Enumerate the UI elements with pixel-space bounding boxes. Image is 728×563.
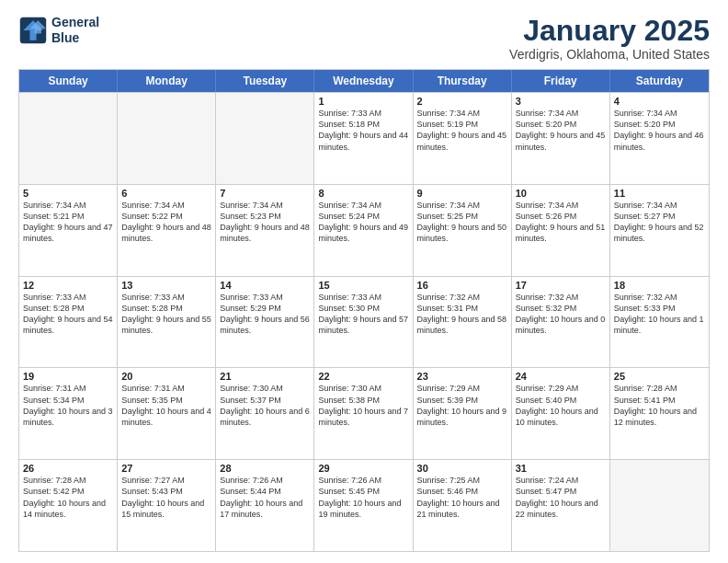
calendar-cell: 3Sunrise: 7:34 AMSunset: 5:20 PMDaylight…	[512, 93, 610, 184]
calendar-cell	[610, 460, 709, 551]
cell-info: Sunrise: 7:30 AMSunset: 5:37 PMDaylight:…	[220, 383, 310, 428]
day-number: 29	[318, 463, 408, 474]
calendar-cell: 14Sunrise: 7:33 AMSunset: 5:29 PMDayligh…	[216, 277, 314, 368]
page: General Blue January 2025 Verdigris, Okl…	[0, 0, 728, 563]
day-number: 21	[220, 371, 310, 382]
cell-info: Sunrise: 7:26 AMSunset: 5:45 PMDaylight:…	[318, 475, 408, 520]
calendar-cell: 12Sunrise: 7:33 AMSunset: 5:28 PMDayligh…	[19, 277, 118, 368]
calendar-cell: 16Sunrise: 7:32 AMSunset: 5:31 PMDayligh…	[414, 277, 512, 368]
day-number: 18	[614, 280, 705, 291]
header: General Blue January 2025 Verdigris, Okl…	[18, 15, 710, 62]
cell-info: Sunrise: 7:34 AMSunset: 5:22 PMDaylight:…	[121, 200, 211, 245]
cell-info: Sunrise: 7:25 AMSunset: 5:46 PMDaylight:…	[417, 475, 507, 520]
calendar-header: SundayMondayTuesdayWednesdayThursdayFrid…	[19, 70, 709, 92]
calendar-week-5: 26Sunrise: 7:28 AMSunset: 5:42 PMDayligh…	[19, 459, 709, 551]
calendar-body: 1Sunrise: 7:33 AMSunset: 5:18 PMDaylight…	[19, 92, 709, 551]
day-number: 12	[23, 280, 113, 291]
day-header-saturday: Saturday	[610, 70, 709, 92]
cell-info: Sunrise: 7:28 AMSunset: 5:42 PMDaylight:…	[23, 475, 113, 520]
cell-info: Sunrise: 7:33 AMSunset: 5:28 PMDaylight:…	[23, 292, 113, 337]
cell-info: Sunrise: 7:34 AMSunset: 5:27 PMDaylight:…	[614, 200, 705, 245]
calendar-week-3: 12Sunrise: 7:33 AMSunset: 5:28 PMDayligh…	[19, 276, 709, 368]
calendar-cell: 17Sunrise: 7:32 AMSunset: 5:32 PMDayligh…	[512, 277, 610, 368]
calendar-cell: 28Sunrise: 7:26 AMSunset: 5:44 PMDayligh…	[216, 460, 314, 551]
cell-info: Sunrise: 7:34 AMSunset: 5:26 PMDaylight:…	[516, 200, 606, 245]
calendar-cell: 31Sunrise: 7:24 AMSunset: 5:47 PMDayligh…	[512, 460, 610, 551]
cell-info: Sunrise: 7:32 AMSunset: 5:31 PMDaylight:…	[417, 292, 507, 337]
calendar-cell: 18Sunrise: 7:32 AMSunset: 5:33 PMDayligh…	[610, 277, 709, 368]
day-number: 15	[318, 280, 408, 291]
cell-info: Sunrise: 7:32 AMSunset: 5:33 PMDaylight:…	[614, 292, 705, 337]
calendar-week-4: 19Sunrise: 7:31 AMSunset: 5:34 PMDayligh…	[19, 367, 709, 459]
calendar: SundayMondayTuesdayWednesdayThursdayFrid…	[18, 69, 710, 552]
cell-info: Sunrise: 7:30 AMSunset: 5:38 PMDaylight:…	[318, 383, 408, 428]
cell-info: Sunrise: 7:31 AMSunset: 5:35 PMDaylight:…	[121, 383, 211, 428]
cell-info: Sunrise: 7:26 AMSunset: 5:44 PMDaylight:…	[220, 475, 310, 520]
logo-icon	[18, 16, 48, 45]
day-header-sunday: Sunday	[19, 70, 118, 92]
calendar-cell: 27Sunrise: 7:27 AMSunset: 5:43 PMDayligh…	[118, 460, 216, 551]
day-number: 10	[516, 188, 606, 199]
day-number: 31	[516, 463, 606, 474]
day-number: 7	[220, 188, 310, 199]
day-header-friday: Friday	[512, 70, 610, 92]
cell-info: Sunrise: 7:29 AMSunset: 5:40 PMDaylight:…	[516, 383, 606, 428]
calendar-cell: 21Sunrise: 7:30 AMSunset: 5:37 PMDayligh…	[216, 368, 314, 459]
logo-text: General Blue	[51, 15, 99, 46]
calendar-cell: 13Sunrise: 7:33 AMSunset: 5:28 PMDayligh…	[118, 277, 216, 368]
day-number: 14	[220, 280, 310, 291]
calendar-cell: 29Sunrise: 7:26 AMSunset: 5:45 PMDayligh…	[314, 460, 413, 551]
day-number: 23	[417, 371, 507, 382]
cell-info: Sunrise: 7:33 AMSunset: 5:29 PMDaylight:…	[220, 292, 310, 337]
calendar-cell: 8Sunrise: 7:34 AMSunset: 5:24 PMDaylight…	[314, 185, 413, 276]
day-number: 9	[417, 188, 507, 199]
cell-info: Sunrise: 7:33 AMSunset: 5:18 PMDaylight:…	[318, 108, 408, 153]
calendar-cell: 6Sunrise: 7:34 AMSunset: 5:22 PMDaylight…	[118, 185, 216, 276]
calendar-cell: 9Sunrise: 7:34 AMSunset: 5:25 PMDaylight…	[414, 185, 512, 276]
cell-info: Sunrise: 7:33 AMSunset: 5:28 PMDaylight:…	[121, 292, 211, 337]
day-number: 4	[614, 96, 705, 107]
day-number: 17	[516, 280, 606, 291]
calendar-cell: 2Sunrise: 7:34 AMSunset: 5:19 PMDaylight…	[414, 93, 512, 184]
calendar-cell: 20Sunrise: 7:31 AMSunset: 5:35 PMDayligh…	[118, 368, 216, 459]
day-number: 3	[516, 96, 606, 107]
cell-info: Sunrise: 7:34 AMSunset: 5:19 PMDaylight:…	[417, 108, 507, 153]
day-number: 26	[23, 463, 113, 474]
day-number: 1	[318, 96, 408, 107]
calendar-week-1: 1Sunrise: 7:33 AMSunset: 5:18 PMDaylight…	[19, 92, 709, 184]
day-header-tuesday: Tuesday	[216, 70, 314, 92]
day-number: 8	[318, 188, 408, 199]
cell-info: Sunrise: 7:34 AMSunset: 5:20 PMDaylight:…	[614, 108, 705, 153]
cell-info: Sunrise: 7:24 AMSunset: 5:47 PMDaylight:…	[516, 475, 606, 520]
calendar-cell: 1Sunrise: 7:33 AMSunset: 5:18 PMDaylight…	[314, 93, 413, 184]
calendar-cell: 15Sunrise: 7:33 AMSunset: 5:30 PMDayligh…	[314, 277, 413, 368]
day-header-monday: Monday	[118, 70, 216, 92]
day-number: 27	[121, 463, 211, 474]
cell-info: Sunrise: 7:34 AMSunset: 5:23 PMDaylight:…	[220, 200, 310, 245]
cell-info: Sunrise: 7:27 AMSunset: 5:43 PMDaylight:…	[121, 475, 211, 520]
calendar-cell: 10Sunrise: 7:34 AMSunset: 5:26 PMDayligh…	[512, 185, 610, 276]
day-number: 5	[23, 188, 113, 199]
day-number: 25	[614, 371, 705, 382]
calendar-cell	[118, 93, 216, 184]
day-number: 19	[23, 371, 113, 382]
calendar-cell: 11Sunrise: 7:34 AMSunset: 5:27 PMDayligh…	[610, 185, 709, 276]
cell-info: Sunrise: 7:31 AMSunset: 5:34 PMDaylight:…	[23, 383, 113, 428]
day-number: 6	[121, 188, 211, 199]
day-number: 30	[417, 463, 507, 474]
calendar-cell: 25Sunrise: 7:28 AMSunset: 5:41 PMDayligh…	[610, 368, 709, 459]
calendar-cell: 7Sunrise: 7:34 AMSunset: 5:23 PMDaylight…	[216, 185, 314, 276]
day-number: 22	[318, 371, 408, 382]
cell-info: Sunrise: 7:34 AMSunset: 5:25 PMDaylight:…	[417, 200, 507, 245]
day-number: 11	[614, 188, 705, 199]
calendar-cell: 4Sunrise: 7:34 AMSunset: 5:20 PMDaylight…	[610, 93, 709, 184]
calendar-cell: 5Sunrise: 7:34 AMSunset: 5:21 PMDaylight…	[19, 185, 118, 276]
calendar-cell: 30Sunrise: 7:25 AMSunset: 5:46 PMDayligh…	[414, 460, 512, 551]
cell-info: Sunrise: 7:34 AMSunset: 5:20 PMDaylight:…	[516, 108, 606, 153]
day-number: 24	[516, 371, 606, 382]
day-number: 2	[417, 96, 507, 107]
cell-info: Sunrise: 7:34 AMSunset: 5:24 PMDaylight:…	[318, 200, 408, 245]
calendar-cell	[216, 93, 314, 184]
cell-info: Sunrise: 7:32 AMSunset: 5:32 PMDaylight:…	[516, 292, 606, 337]
location: Verdigris, Oklahoma, United States	[509, 47, 710, 62]
